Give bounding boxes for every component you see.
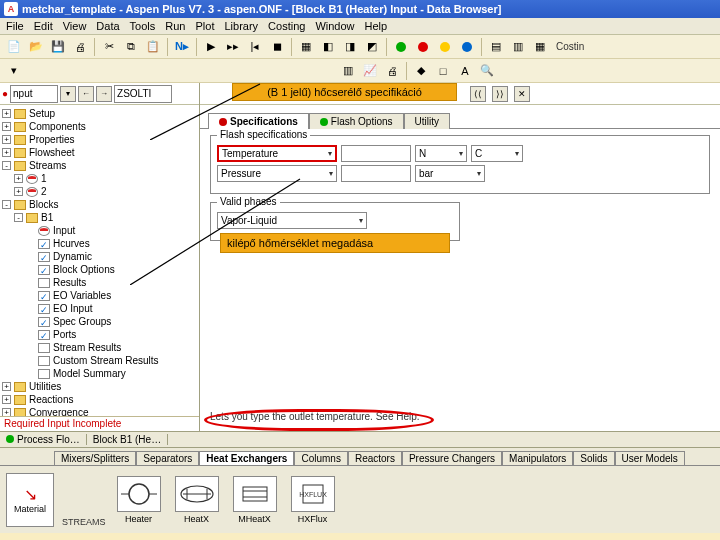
form-nav-left-icon[interactable]: ⟨⟨ — [470, 86, 486, 102]
streams-button[interactable]: ↘ Material — [6, 473, 54, 527]
menu-view[interactable]: View — [63, 20, 87, 32]
palette-heatx[interactable]: HeatX — [172, 476, 222, 524]
run-first-icon[interactable]: |◂ — [245, 37, 265, 57]
menu-run[interactable]: Run — [165, 20, 185, 32]
ptab-manip[interactable]: Manipulators — [502, 451, 573, 465]
status-blue-icon[interactable] — [457, 37, 477, 57]
open-icon[interactable]: 📂 — [26, 37, 46, 57]
ptab-reactors[interactable]: Reactors — [348, 451, 402, 465]
status-seg1[interactable]: Process Flo… — [0, 434, 87, 445]
text-icon[interactable]: A — [455, 61, 475, 81]
menu-edit[interactable]: Edit — [34, 20, 53, 32]
ptab-columns[interactable]: Columns — [294, 451, 347, 465]
tab-specifications[interactable]: Specifications — [208, 113, 309, 129]
spec1-type-select[interactable]: Temperature▾ — [217, 145, 337, 162]
stream-icon[interactable]: ◆ — [411, 61, 431, 81]
chart-icon[interactable]: 📈 — [360, 61, 380, 81]
tree-node[interactable]: +2 — [2, 185, 199, 198]
tree-node[interactable]: Spec Groups — [2, 315, 199, 328]
tree-node[interactable]: +Flowsheet — [2, 146, 199, 159]
menu-help[interactable]: Help — [365, 20, 388, 32]
sheet-icon[interactable]: ▥ — [338, 61, 358, 81]
copy-icon[interactable]: ⧉ — [121, 37, 141, 57]
run-start-icon[interactable]: ▶ — [201, 37, 221, 57]
menu-file[interactable]: File — [6, 20, 24, 32]
tree-node[interactable]: Model Summary — [2, 367, 199, 380]
next-icon[interactable]: N▸ — [172, 37, 192, 57]
nav-back-icon[interactable]: ← — [78, 86, 94, 102]
spec1-unit2-select[interactable]: C▾ — [471, 145, 523, 162]
scope-combo[interactable]: nput — [10, 85, 58, 103]
tree-node[interactable]: Ports — [2, 328, 199, 341]
form-close-icon[interactable]: ✕ — [514, 86, 530, 102]
spec2-unit-select[interactable]: bar▾ — [415, 165, 485, 182]
ptab-pressure[interactable]: Pressure Changers — [402, 451, 502, 465]
ptab-heatx[interactable]: Heat Exchangers — [199, 451, 294, 465]
units-combo[interactable]: ZSOLTI — [114, 85, 172, 103]
ptab-separators[interactable]: Separators — [136, 451, 199, 465]
tree-node[interactable]: +Utilities — [2, 380, 199, 393]
zoom-icon[interactable]: 🔍 — [477, 61, 497, 81]
menu-costing[interactable]: Costing — [268, 20, 305, 32]
history-icon[interactable]: ◩ — [362, 37, 382, 57]
valid-phases-select[interactable]: Vapor-Liquid▾ — [217, 212, 367, 229]
tree-node[interactable]: EO Variables — [2, 289, 199, 302]
tree-node[interactable]: +Components — [2, 120, 199, 133]
spec1-unit1-select[interactable]: N▾ — [415, 145, 467, 162]
spec2-type-select[interactable]: Pressure▾ — [217, 165, 337, 182]
tree-node[interactable]: +Convergence — [2, 406, 199, 416]
tree-node[interactable]: -Blocks — [2, 198, 199, 211]
collapse-icon[interactable]: ▾ — [4, 61, 24, 81]
filter-icon[interactable]: ● — [2, 88, 8, 99]
printer2-icon[interactable]: 🖨 — [382, 61, 402, 81]
results-icon[interactable]: ◨ — [340, 37, 360, 57]
spec1-value-input[interactable] — [341, 145, 411, 162]
tree-node[interactable]: Hcurves — [2, 237, 199, 250]
palette-heater[interactable]: Heater — [114, 476, 164, 524]
control-icon[interactable]: ◧ — [318, 37, 338, 57]
tree-node[interactable]: EO Input — [2, 302, 199, 315]
grid3-icon[interactable]: ▦ — [530, 37, 550, 57]
tab-utility[interactable]: Utility — [404, 113, 450, 129]
menu-window[interactable]: Window — [315, 20, 354, 32]
tree-node[interactable]: +1 — [2, 172, 199, 185]
menu-data[interactable]: Data — [96, 20, 119, 32]
nav-fwd-icon[interactable]: → — [96, 86, 112, 102]
tree-node[interactable]: +Properties — [2, 133, 199, 146]
status-red-icon[interactable] — [413, 37, 433, 57]
grid1-icon[interactable]: ▤ — [486, 37, 506, 57]
tree-node[interactable]: Results — [2, 276, 199, 289]
menu-plot[interactable]: Plot — [195, 20, 214, 32]
scope-dropdown-icon[interactable]: ▾ — [60, 86, 76, 102]
block-icon[interactable]: □ — [433, 61, 453, 81]
status-green-icon[interactable] — [391, 37, 411, 57]
tree-node[interactable]: +Reactions — [2, 393, 199, 406]
palette-mheatx[interactable]: MHeatX — [230, 476, 280, 524]
nav-tree[interactable]: +Setup+Components+Properties+Flowsheet-S… — [0, 105, 199, 416]
spec2-value-input[interactable] — [341, 165, 411, 182]
grid2-icon[interactable]: ▥ — [508, 37, 528, 57]
run-step-icon[interactable]: ▸▸ — [223, 37, 243, 57]
new-icon[interactable]: 📄 — [4, 37, 24, 57]
tree-node[interactable]: +Setup — [2, 107, 199, 120]
ptab-solids[interactable]: Solids — [573, 451, 614, 465]
tree-node[interactable]: Dynamic — [2, 250, 199, 263]
tab-flash-options[interactable]: Flash Options — [309, 113, 404, 129]
tree-node[interactable]: Block Options — [2, 263, 199, 276]
palette-hxflux[interactable]: HXFLUX HXFlux — [288, 476, 338, 524]
menu-library[interactable]: Library — [224, 20, 258, 32]
run-pause-icon[interactable]: ◼ — [267, 37, 287, 57]
tree-node[interactable]: Stream Results — [2, 341, 199, 354]
ptab-user[interactable]: User Models — [615, 451, 685, 465]
paste-icon[interactable]: 📋 — [143, 37, 163, 57]
status-yellow-icon[interactable] — [435, 37, 455, 57]
tree-node[interactable]: Custom Stream Results — [2, 354, 199, 367]
ptab-mixers[interactable]: Mixers/Splitters — [54, 451, 136, 465]
tree-node[interactable]: Input — [2, 224, 199, 237]
cut-icon[interactable]: ✂ — [99, 37, 119, 57]
tree-node[interactable]: -B1 — [2, 211, 199, 224]
menu-tools[interactable]: Tools — [130, 20, 156, 32]
flowsheet-icon[interactable]: ▦ — [296, 37, 316, 57]
tree-node[interactable]: -Streams — [2, 159, 199, 172]
save-icon[interactable]: 💾 — [48, 37, 68, 57]
